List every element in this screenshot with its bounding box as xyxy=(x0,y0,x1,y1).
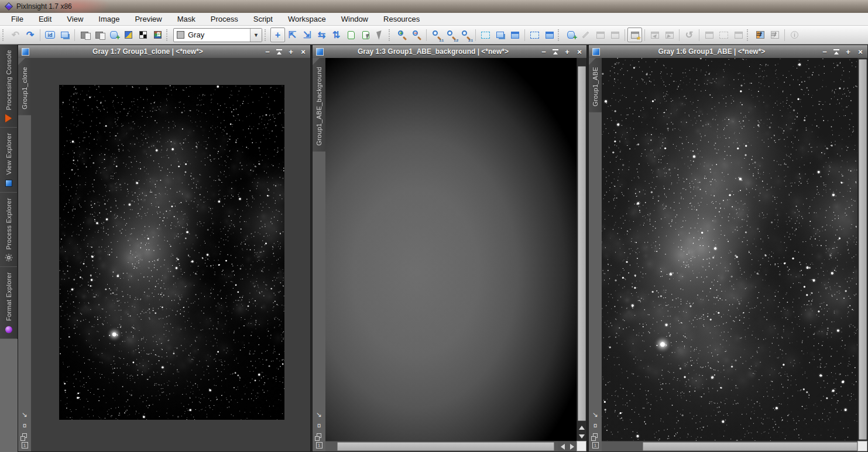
zoom-button[interactable]: + xyxy=(287,48,294,56)
minimize-button[interactable]: − xyxy=(540,48,547,56)
vscroll-thumb[interactable] xyxy=(578,66,586,421)
copy-window-button[interactable] xyxy=(593,28,608,42)
move-mode-button[interactable]: + xyxy=(270,28,285,42)
resize-window-icon[interactable]: ↘ xyxy=(22,411,28,418)
sidebar-item-format-explorer[interactable]: Format Explorer xyxy=(0,267,17,338)
toolbar-grip[interactable] xyxy=(166,29,170,41)
view-tab-group1-abe-background[interactable]: Group1_ABE_background xyxy=(313,58,325,152)
horizontal-scrollbar[interactable] xyxy=(325,441,577,451)
toolbar-grip[interactable] xyxy=(747,29,750,41)
toolbar-grip[interactable] xyxy=(2,29,6,41)
menu-workspace[interactable]: Workspace xyxy=(280,13,334,25)
image-id-button[interactable]: id xyxy=(43,28,57,42)
expand-window-button[interactable] xyxy=(527,28,542,42)
vertical-scrollbar[interactable] xyxy=(857,58,867,441)
shade-window-button[interactable] xyxy=(542,28,557,42)
view-tab-group1-abe[interactable]: Group1_ABE xyxy=(589,58,602,112)
zoom-1-1-button[interactable]: 1:1 xyxy=(429,28,444,42)
cascade-windows-button[interactable] xyxy=(493,28,507,42)
menu-view[interactable]: View xyxy=(59,13,91,25)
nav-back-button[interactable]: ◀ xyxy=(647,28,662,42)
dock-panel-button[interactable] xyxy=(753,28,767,42)
fit-view-button[interactable]: ⇲ xyxy=(300,28,314,42)
shade-button[interactable] xyxy=(553,49,558,54)
toolbar-grip[interactable] xyxy=(389,29,392,41)
menu-resources[interactable]: Resources xyxy=(376,13,427,25)
window-titlebar[interactable]: Gray 1:6 Group1_ABE | <*new*> − + × xyxy=(589,45,867,58)
single-view-icon[interactable]: 1 xyxy=(316,442,323,448)
window-action-button-3[interactable] xyxy=(731,28,746,42)
redo-button[interactable]: ↷ xyxy=(23,28,37,42)
window-action-button-2[interactable] xyxy=(716,28,731,42)
view-tab-group1-clone[interactable]: Group1_clone xyxy=(18,58,31,115)
edit-window-button[interactable] xyxy=(578,28,593,42)
pan-mode-button[interactable]: ⇆ xyxy=(314,28,329,42)
vertical-scrollbar[interactable] xyxy=(577,58,586,441)
close-button[interactable]: × xyxy=(576,48,583,56)
hscroll-thumb[interactable] xyxy=(643,442,857,451)
image-mode-button-1[interactable] xyxy=(77,28,92,42)
window-info-button[interactable]: i xyxy=(787,28,802,42)
hscroll-track[interactable] xyxy=(325,441,558,451)
menu-image[interactable]: Image xyxy=(91,13,127,25)
select-mode-button[interactable] xyxy=(373,28,387,42)
hscroll-track[interactable] xyxy=(602,441,857,451)
single-view-icon[interactable]: 1 xyxy=(22,442,28,448)
close-button[interactable]: × xyxy=(300,48,307,56)
tile-windows-button[interactable] xyxy=(507,28,522,42)
new-image-button[interactable] xyxy=(107,28,121,42)
background-model-image[interactable] xyxy=(325,58,577,441)
menu-script[interactable]: Script xyxy=(246,13,280,25)
sidebar-item-view-explorer[interactable]: View Explorer xyxy=(0,128,17,193)
nebula-image-abe[interactable] xyxy=(602,58,859,442)
toolbar-grip[interactable] xyxy=(265,29,268,41)
new-window-button[interactable] xyxy=(564,28,578,42)
os-titlebar[interactable]: PixInsight 1.7 x86 xyxy=(0,0,868,13)
color-channels-button[interactable] xyxy=(150,28,165,42)
scroll-left-button[interactable] xyxy=(558,441,567,451)
window-titlebar[interactable]: Gray 1:3 Group1_ABE_background | <*new*>… xyxy=(313,45,586,58)
dock-panel-button-2[interactable] xyxy=(767,28,782,42)
minimize-button[interactable]: − xyxy=(264,48,271,56)
favorites-window-button[interactable]: ★ xyxy=(627,28,642,42)
image-mode-button-2[interactable] xyxy=(92,28,107,42)
fit-view-icon[interactable]: ¤ xyxy=(593,422,598,429)
nebula-image-clone[interactable] xyxy=(59,85,284,420)
menu-preview[interactable]: Preview xyxy=(127,13,169,25)
background-pattern-button[interactable] xyxy=(136,28,150,42)
menu-window[interactable]: Window xyxy=(334,13,376,25)
dropdown-button[interactable]: ▼ xyxy=(250,29,262,42)
fit-view-icon[interactable]: ¤ xyxy=(23,422,27,429)
menu-edit[interactable]: Edit xyxy=(31,13,59,25)
display-split-button[interactable] xyxy=(121,28,136,42)
color-space-select[interactable]: Gray ▼ xyxy=(173,28,262,42)
window-action-button-1[interactable] xyxy=(702,28,716,42)
fit-view-icon[interactable]: ¤ xyxy=(317,422,321,429)
minimize-button[interactable]: − xyxy=(821,48,828,56)
scroll-mode-button[interactable]: ⇅ xyxy=(329,28,344,42)
zoom-in-button[interactable]: + xyxy=(394,28,409,42)
shade-button[interactable] xyxy=(276,49,282,54)
zoom-out-button[interactable]: − xyxy=(409,28,424,42)
single-view-icon[interactable]: 1 xyxy=(592,442,599,448)
window-titlebar[interactable]: Gray 1:7 Group1_clone | <*new*> − + × xyxy=(18,45,310,58)
zoom-2-1-button[interactable]: 2:1 xyxy=(458,28,473,42)
sidebar-item-process-explorer[interactable]: Process Explorer xyxy=(0,193,17,268)
window-icon[interactable] xyxy=(22,48,29,56)
scroll-up-button[interactable] xyxy=(577,423,586,432)
shade-button[interactable] xyxy=(833,49,839,54)
duplicate-image-button[interactable] xyxy=(57,28,72,42)
paste-window-button[interactable] xyxy=(608,28,622,42)
cascade-icon[interactable] xyxy=(593,433,598,438)
new-preview-button[interactable] xyxy=(344,28,358,42)
undo-button[interactable]: ↶ xyxy=(8,28,23,42)
restore-window-button[interactable]: ↺ xyxy=(682,28,697,42)
edit-preview-button[interactable] xyxy=(358,28,373,42)
toolbar-grip[interactable] xyxy=(558,29,561,41)
horizontal-scrollbar[interactable] xyxy=(602,441,857,451)
fit-window-button[interactable]: ⇱ xyxy=(285,28,300,42)
window-icon[interactable] xyxy=(592,48,600,56)
menu-file[interactable]: File xyxy=(4,13,31,25)
zoom-1-2-button[interactable]: 1:2 xyxy=(444,28,458,42)
vscroll-thumb[interactable] xyxy=(859,59,867,440)
